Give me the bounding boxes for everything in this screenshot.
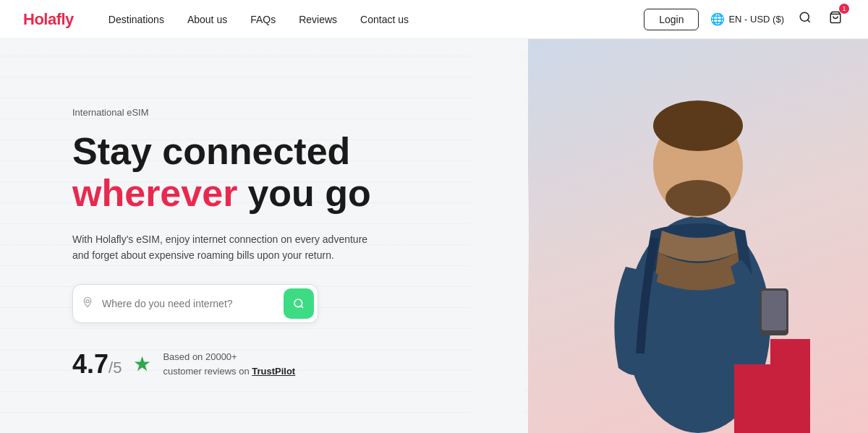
search-button[interactable] [796,8,814,30]
nav-destinations[interactable]: Destinations [109,14,164,25]
hero-curve-divider [471,39,529,433]
nav-about[interactable]: About us [187,14,227,25]
rating-score: 4.7/5 [72,349,122,380]
hero-eyebrow: International eSIM [72,107,470,118]
svg-point-9 [665,180,731,216]
headline-line2: you go [247,173,370,214]
red-bar-left [734,364,774,433]
nav-contact[interactable]: Contact us [360,14,409,25]
hero-headline: Stay connected wherever you go [72,131,470,213]
svg-rect-11 [762,291,786,330]
svg-point-4 [294,299,302,307]
headline-accent: wherever [72,173,237,214]
login-button[interactable]: Login [644,9,699,30]
hero-section: International eSIM Stay connected wherev… [0,39,868,433]
svg-line-5 [301,306,303,308]
trustpilot-link[interactable]: TrustPilot [252,366,295,377]
navbar: Holafly Destinations About us FAQs Revie… [0,0,868,39]
rating-section: 4.7/5 ★ Based on 20000+ customer reviews… [72,349,470,380]
svg-point-8 [653,100,743,151]
hero-image [528,39,868,433]
headline-line1: Stay connected [72,130,350,172]
svg-point-3 [86,299,89,302]
locale-button[interactable]: 🌐 EN - USD ($) [710,12,784,26]
nav-right: Login 🌐 EN - USD ($) 1 [644,8,845,30]
search-input[interactable] [102,298,284,309]
logo-text: Holafly [23,10,74,29]
cart-button[interactable]: 1 [826,8,845,30]
star-icon: ★ [133,352,151,376]
rating-text: Based on 20000+ customer reviews on Trus… [163,350,295,378]
svg-line-1 [807,20,809,22]
search-bar [72,284,318,323]
nav-reviews[interactable]: Reviews [299,14,337,25]
hero-content: International eSIM Stay connected wherev… [0,39,528,433]
search-submit-button[interactable] [284,288,314,319]
globe-icon: 🌐 [710,12,725,26]
nav-links: Destinations About us FAQs Reviews Conta… [109,14,644,25]
locale-label: EN - USD ($) [728,14,784,25]
nav-faqs[interactable]: FAQs [250,14,276,25]
hero-subtext: With Holafly's eSIM, enjoy internet conn… [72,231,376,264]
location-icon [73,296,102,311]
red-bar-right [770,339,810,433]
svg-point-0 [800,12,809,21]
cart-badge: 1 [839,4,849,14]
logo[interactable]: Holafly [23,10,74,29]
